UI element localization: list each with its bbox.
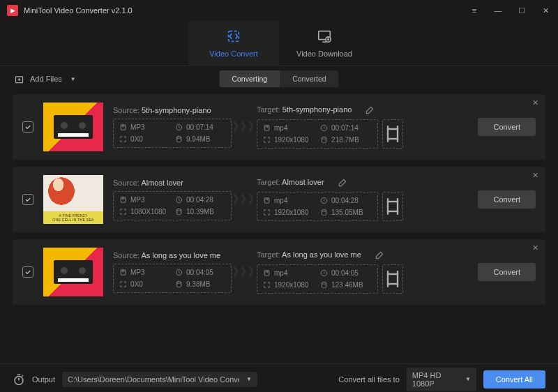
minimize-button[interactable]: — bbox=[492, 6, 504, 15]
app-logo: ▶ bbox=[7, 5, 18, 16]
svg-rect-4 bbox=[121, 125, 125, 130]
thumbnail bbox=[43, 248, 103, 296]
source-size: 9.94MB bbox=[175, 135, 225, 143]
source-resolution: 0X0 bbox=[119, 135, 169, 143]
file-list: Source: 5th-symphony-piano MP3 00:07:14 … bbox=[0, 91, 558, 363]
svg-rect-17 bbox=[388, 202, 398, 211]
output-path-select[interactable]: C:\Users\Doreen\Documents\MiniTool Video… bbox=[62, 372, 257, 387]
tab-label: Video Download bbox=[296, 50, 352, 58]
source-format: MP3 bbox=[119, 123, 169, 131]
list-item: Source: 5th-symphony-piano MP3 00:07:14 … bbox=[13, 94, 545, 160]
target-duration: 00:04:28 bbox=[320, 197, 372, 204]
tab-converted[interactable]: Converted bbox=[280, 70, 338, 87]
source-size: 10.39MB bbox=[175, 208, 225, 216]
convert-all-button[interactable]: Convert All bbox=[483, 370, 545, 389]
checkbox[interactable] bbox=[22, 121, 33, 133]
target-format: mp4 bbox=[263, 124, 315, 132]
list-item: A FINE FRENZYONE CELL IN THE SEA Source:… bbox=[13, 167, 545, 232]
source-label: Source: As long as you love me bbox=[113, 251, 232, 259]
svg-rect-24 bbox=[388, 274, 398, 284]
target-label: Target: 5th-symphony-piano bbox=[257, 105, 403, 115]
svg-rect-18 bbox=[121, 270, 125, 275]
profile-select[interactable]: MP4 HD 1080P ▼ bbox=[407, 368, 476, 391]
svg-rect-10 bbox=[388, 129, 398, 139]
tab-video-download[interactable]: Video Download bbox=[279, 21, 370, 66]
svg-rect-11 bbox=[121, 197, 125, 202]
status-tabs: Converting Converted bbox=[219, 70, 338, 87]
checkbox[interactable] bbox=[22, 194, 33, 205]
source-size: 9.38MB bbox=[175, 280, 225, 288]
titlebar: ▶ MiniTool Video Converter v2.1.0 ≡ — ☐ … bbox=[0, 0, 558, 21]
maximize-button[interactable]: ☐ bbox=[516, 6, 527, 15]
svg-point-20 bbox=[176, 281, 181, 283]
arrow-icon: 》》》 bbox=[232, 120, 257, 135]
convert-all-to-label: Convert all files to bbox=[338, 375, 399, 384]
top-nav: Video Convert Video Download bbox=[0, 21, 558, 66]
target-info: mp4 00:04:28 1920x1080 135.05MB bbox=[257, 192, 378, 221]
svg-rect-21 bbox=[264, 271, 269, 276]
chevron-down-icon: ▼ bbox=[465, 376, 471, 382]
source-resolution: 1080X1080 bbox=[119, 208, 169, 216]
recycle-icon bbox=[226, 29, 241, 45]
add-files-label: Add Files bbox=[30, 75, 62, 83]
checkbox[interactable] bbox=[22, 266, 33, 278]
svg-rect-14 bbox=[264, 198, 269, 203]
svg-point-16 bbox=[322, 209, 326, 211]
preview-button[interactable] bbox=[382, 192, 403, 221]
menu-icon[interactable]: ≡ bbox=[469, 6, 480, 15]
thumbnail bbox=[43, 103, 103, 151]
convert-button[interactable]: Convert bbox=[478, 118, 536, 136]
target-format: mp4 bbox=[263, 197, 315, 204]
app-title: MiniTool Video Converter v2.1.0 bbox=[24, 6, 133, 15]
target-format: mp4 bbox=[263, 269, 315, 277]
source-format: MP3 bbox=[119, 196, 169, 204]
chevron-down-icon: ▼ bbox=[246, 376, 252, 382]
tab-converting[interactable]: Converting bbox=[219, 70, 280, 87]
list-item: Source: As long as you love me MP3 00:04… bbox=[13, 239, 545, 305]
preview-button[interactable] bbox=[382, 119, 403, 149]
edit-icon[interactable] bbox=[338, 178, 347, 188]
chevron-down-icon: ▼ bbox=[70, 76, 76, 82]
edit-icon[interactable] bbox=[365, 105, 375, 115]
source-duration: 00:04:05 bbox=[175, 269, 225, 276]
remove-button[interactable]: ✕ bbox=[532, 243, 538, 252]
svg-rect-7 bbox=[264, 126, 269, 130]
source-info: MP3 00:04:28 1080X1080 10.39MB bbox=[113, 191, 232, 220]
arrow-icon: 》》》 bbox=[232, 265, 257, 280]
target-info: mp4 00:04:05 1920x1080 123.46MB bbox=[257, 264, 378, 294]
target-label: Target: As long as you love me bbox=[257, 250, 403, 260]
preview-button[interactable] bbox=[382, 264, 403, 294]
add-files-button[interactable]: Add Files ▼ bbox=[14, 74, 76, 84]
target-label: Target: Almost lover bbox=[257, 178, 403, 188]
target-duration: 00:04:05 bbox=[320, 269, 372, 277]
target-size: 123.46MB bbox=[320, 281, 372, 289]
source-resolution: 0X0 bbox=[119, 280, 169, 288]
source-label: Source: 5th-symphony-piano bbox=[113, 106, 232, 114]
source-format: MP3 bbox=[119, 269, 169, 276]
remove-button[interactable]: ✕ bbox=[532, 171, 538, 180]
source-duration: 00:07:14 bbox=[175, 123, 225, 131]
convert-button[interactable]: Convert bbox=[478, 263, 536, 281]
output-path: C:\Users\Doreen\Documents\MiniTool Video… bbox=[68, 375, 239, 384]
convert-button[interactable]: Convert bbox=[478, 190, 536, 209]
add-icon bbox=[14, 74, 24, 84]
output-label: Output bbox=[32, 375, 55, 384]
profile-value: MP4 HD 1080P bbox=[412, 371, 458, 388]
tab-label: Video Convert bbox=[209, 50, 258, 58]
download-icon bbox=[317, 29, 332, 45]
source-info: MP3 00:07:14 0X0 9.94MB bbox=[113, 119, 232, 148]
target-resolution: 1920x1080 bbox=[263, 136, 315, 144]
close-button[interactable]: ✕ bbox=[540, 6, 551, 15]
tab-video-convert[interactable]: Video Convert bbox=[188, 21, 279, 66]
source-label: Source: Almost lover bbox=[113, 179, 232, 187]
svg-point-23 bbox=[322, 282, 326, 284]
edit-icon[interactable] bbox=[375, 250, 384, 260]
arrow-icon: 》》》 bbox=[232, 193, 257, 207]
target-info: mp4 00:07:14 1920x1080 218.7MB bbox=[257, 119, 378, 149]
target-size: 218.7MB bbox=[320, 136, 372, 144]
target-resolution: 1920x1080 bbox=[263, 209, 315, 216]
thumbnail: A FINE FRENZYONE CELL IN THE SEA bbox=[43, 175, 103, 224]
target-size: 135.05MB bbox=[320, 209, 372, 216]
remove-button[interactable]: ✕ bbox=[532, 98, 538, 107]
stopwatch-icon[interactable] bbox=[13, 373, 25, 386]
